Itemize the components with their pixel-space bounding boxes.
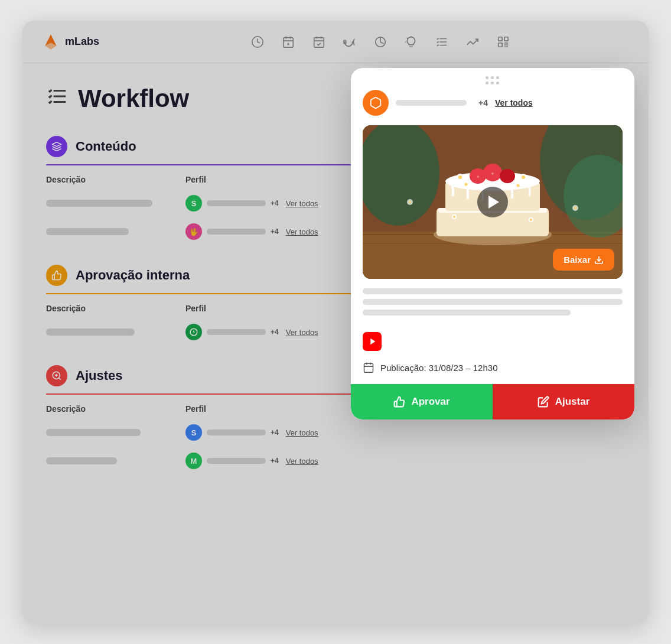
drag-dot: [491, 82, 494, 84]
drag-dot: [491, 76, 494, 79]
card-image-area: ✦ ✦: [363, 125, 623, 279]
text-bar-3: [363, 310, 571, 316]
detail-card: +4 Ver todos: [351, 68, 634, 419]
card-ver-todos-link[interactable]: Ver todos: [495, 98, 533, 108]
svg-rect-72: [364, 363, 373, 372]
app-window: mLabs: [22, 21, 649, 623]
svg-point-66: [409, 201, 412, 204]
baixar-label: Baixar: [563, 255, 591, 265]
play-triangle-icon: [488, 196, 499, 209]
drag-dot: [496, 82, 499, 84]
svg-point-68: [574, 207, 577, 210]
card-avatar: [363, 90, 389, 116]
svg-point-56: [522, 175, 525, 179]
play-button[interactable]: [477, 187, 508, 217]
svg-point-60: [517, 184, 520, 187]
svg-point-55: [458, 175, 462, 179]
card-plus-badge: +4: [478, 98, 488, 108]
card-text-bars: [351, 288, 634, 328]
card-profile-row: +4 Ver todos: [351, 90, 634, 125]
drag-dot: [486, 76, 488, 79]
download-icon: [594, 255, 604, 265]
aprovar-button[interactable]: Aprovar: [351, 384, 493, 419]
ajustar-label: Ajustar: [555, 396, 590, 408]
publication-date: Publicação: 31/08/23 – 12h30: [380, 363, 498, 373]
card-actions: Aprovar Ajustar: [351, 384, 634, 419]
drag-dots: [486, 76, 500, 85]
svg-text:✦: ✦: [490, 171, 495, 177]
svg-text:✦: ✦: [476, 174, 480, 180]
youtube-icon: [363, 332, 382, 351]
text-bar-2: [363, 299, 623, 305]
svg-point-50: [500, 169, 515, 183]
card-date-row: Publicação: 31/08/23 – 12h30: [351, 357, 634, 384]
drag-dot: [496, 76, 499, 79]
aprovar-label: Aprovar: [411, 396, 449, 408]
svg-point-64: [530, 219, 532, 221]
drag-dot: [486, 82, 488, 84]
calendar-icon: [363, 362, 374, 373]
thumbsup-icon: [393, 396, 405, 408]
drag-handle[interactable]: [351, 68, 634, 90]
card-social-row: [351, 328, 634, 357]
svg-point-58: [465, 183, 468, 186]
card-profile-bar: [396, 100, 467, 106]
baixar-button[interactable]: Baixar: [553, 249, 614, 271]
ajustar-button[interactable]: Ajustar: [493, 384, 634, 419]
text-bar-1: [363, 288, 623, 294]
svg-point-62: [453, 216, 455, 218]
edit-icon: [538, 396, 549, 408]
